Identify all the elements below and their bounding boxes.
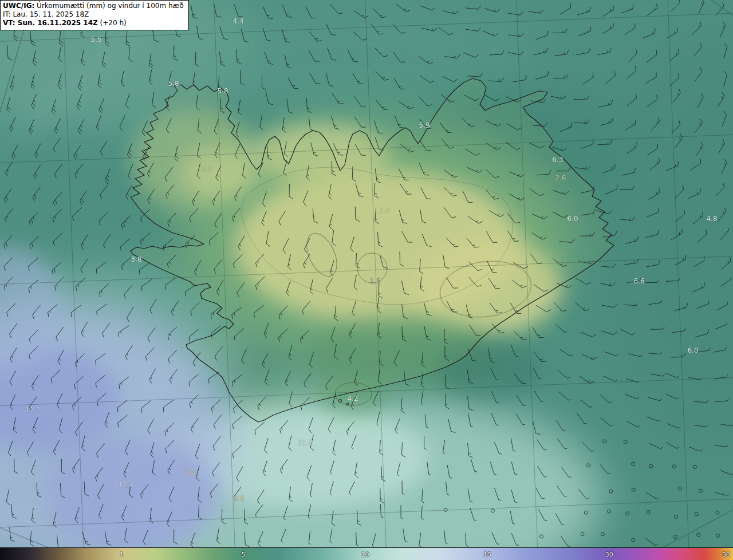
colorbar-tick-10: 10 xyxy=(361,551,369,558)
product-title-line: UWC/IG: Úrkomumætti (mm) og vindur í 100… xyxy=(3,2,184,10)
valid-time-bold: VT: Sun. 16.11.2025 14Z xyxy=(3,19,98,27)
init-time-line: IT: Lau. 15. 11. 2025 18Z xyxy=(3,10,184,19)
colorbar-tick-30: 30 xyxy=(605,551,613,558)
product-title-text: Úrkomumætti (mm) og vindur í 100m hæð xyxy=(34,2,183,10)
map-canvas xyxy=(0,0,733,547)
colorbar-tick-5: 5 xyxy=(241,551,245,558)
title-box: UWC/IG: Úrkomumætti (mm) og vindur í 100… xyxy=(0,0,189,30)
colorbar-tick-15: 15 xyxy=(483,551,491,558)
product-code: UWC/IG: xyxy=(3,2,34,10)
weather-map-page: 4.45.55.85.85.96.32.62.92.46.04.83.81.56… xyxy=(0,0,733,560)
colorbar-ticks: 1510153050 xyxy=(0,548,733,560)
colorbar-tick-50: 50 xyxy=(722,551,730,558)
valid-time-suffix: (+20 h) xyxy=(98,19,127,27)
colorbar: 1510153050 xyxy=(0,547,733,560)
colorbar-tick-1: 1 xyxy=(120,551,124,558)
valid-time-line: VT: Sun. 16.11.2025 14Z (+20 h) xyxy=(3,19,184,27)
